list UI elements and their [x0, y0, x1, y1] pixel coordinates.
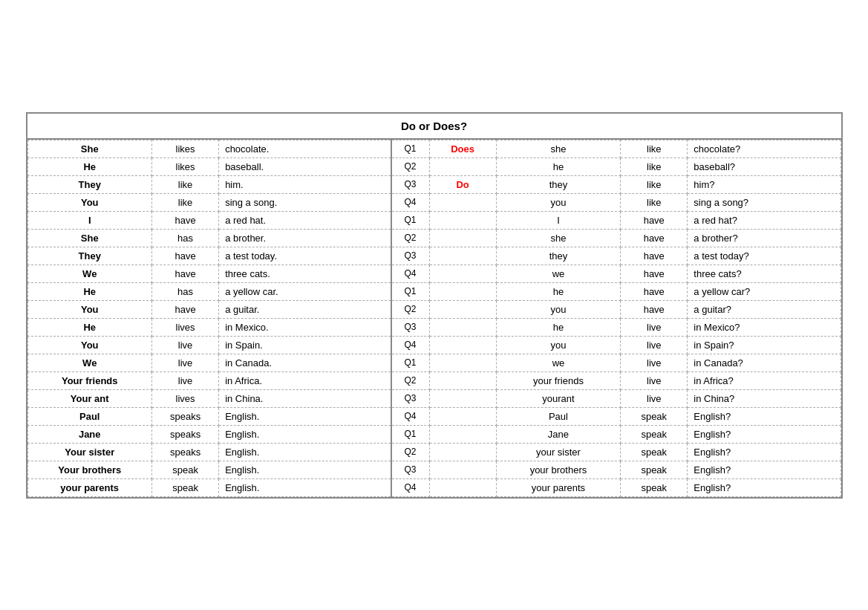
subject-cell: He [27, 158, 151, 175]
table-row: He has a yellow car. Q1 he have a yellow… [27, 282, 841, 300]
object-cell: in China. [219, 389, 391, 407]
answer-cell [429, 425, 496, 443]
verb-cell: have [151, 265, 218, 282]
table-row: They have a test today. Q3 they have a t… [27, 247, 841, 265]
verb-cell: speaks [151, 425, 218, 443]
qverb-cell: speak [621, 443, 688, 461]
qobject-cell: in Spain? [688, 336, 841, 354]
verb-cell: live [151, 371, 218, 389]
table-row: I have a red hat. Q1 I have a red hat? [27, 211, 841, 229]
verb-cell: have [151, 300, 218, 318]
object-cell: chocolate. [219, 140, 391, 158]
subject-cell: She [27, 140, 151, 158]
answer-cell [429, 461, 496, 478]
qnum-cell: Q1 [391, 354, 430, 371]
object-cell: English. [219, 478, 391, 496]
verb-cell: speak [151, 478, 218, 496]
table-row: Your sister speaks English. Q2 your sist… [27, 443, 841, 461]
answer-cell [429, 354, 496, 371]
answer-cell [429, 407, 496, 425]
verb-cell: has [151, 229, 218, 247]
qverb-cell: live [621, 318, 688, 336]
qnum-cell: Q2 [391, 229, 430, 247]
object-cell: him. [219, 175, 391, 193]
pronoun-cell: your parents [496, 478, 620, 496]
answer-cell [429, 211, 496, 229]
table-row: Paul speaks English. Q4 Paul speak Engli… [27, 407, 841, 425]
table-row: You like sing a song. Q4 you like sing a… [27, 193, 841, 211]
verb-cell: like [151, 175, 218, 193]
verb-cell: live [151, 354, 218, 371]
table-row: Jane speaks English. Q1 Jane speak Engli… [27, 425, 841, 443]
object-cell: a red hat. [219, 211, 391, 229]
answer-cell [429, 282, 496, 300]
subject-cell: Jane [27, 425, 151, 443]
qobject-cell: a test today? [688, 247, 841, 265]
pronoun-cell: Paul [496, 407, 620, 425]
qverb-cell: live [621, 371, 688, 389]
verb-cell: lives [151, 389, 218, 407]
qobject-cell: in China? [688, 389, 841, 407]
worksheet-container: Do or Does? She likes chocolate. Q1 Does… [26, 112, 843, 499]
qobject-cell: chocolate? [688, 140, 841, 158]
qnum-cell: Q3 [391, 247, 430, 265]
answer-cell [429, 265, 496, 282]
qobject-cell: three cats? [688, 265, 841, 282]
pronoun-cell: yourant [496, 389, 620, 407]
pronoun-cell: your friends [496, 371, 620, 389]
pronoun-cell: your sister [496, 443, 620, 461]
pronoun-cell: she [496, 229, 620, 247]
pronoun-cell: I [496, 211, 620, 229]
qobject-cell: a brother? [688, 229, 841, 247]
answer-cell [429, 300, 496, 318]
subject-cell: You [27, 336, 151, 354]
qnum-cell: Q2 [391, 371, 430, 389]
pronoun-cell: Jane [496, 425, 620, 443]
object-cell: in Africa. [219, 371, 391, 389]
qnum-cell: Q4 [391, 407, 430, 425]
verb-cell: speak [151, 461, 218, 478]
qverb-cell: live [621, 354, 688, 371]
subject-cell: Your sister [27, 443, 151, 461]
answer-cell [429, 247, 496, 265]
qobject-cell: English? [688, 478, 841, 496]
subject-cell: Your brothers [27, 461, 151, 478]
answer-cell [429, 318, 496, 336]
pronoun-cell: we [496, 354, 620, 371]
qobject-cell: English? [688, 407, 841, 425]
table-row: Your ant lives in China. Q3 yourant live… [27, 389, 841, 407]
verb-cell: have [151, 211, 218, 229]
object-cell: a test today. [219, 247, 391, 265]
qnum-cell: Q3 [391, 318, 430, 336]
table-row: They like him. Q3 Do they like him? [27, 175, 841, 193]
object-cell: three cats. [219, 265, 391, 282]
qobject-cell: in Mexico? [688, 318, 841, 336]
answer-cell [429, 193, 496, 211]
worksheet-table: She likes chocolate. Q1 Does she like ch… [27, 140, 841, 497]
qnum-cell: Q2 [391, 300, 430, 318]
object-cell: a guitar. [219, 300, 391, 318]
pronoun-cell: you [496, 300, 620, 318]
verb-cell: has [151, 282, 218, 300]
subject-cell: They [27, 247, 151, 265]
qobject-cell: him? [688, 175, 841, 193]
table-row: He likes baseball. Q2 he like baseball? [27, 158, 841, 175]
verb-cell: speaks [151, 443, 218, 461]
subject-cell: Paul [27, 407, 151, 425]
verb-cell: likes [151, 158, 218, 175]
qverb-cell: have [621, 247, 688, 265]
qobject-cell: in Africa? [688, 371, 841, 389]
qobject-cell: English? [688, 425, 841, 443]
object-cell: in Canada. [219, 354, 391, 371]
subject-cell: We [27, 265, 151, 282]
worksheet-title: Do or Does? [27, 114, 841, 140]
verb-cell: like [151, 193, 218, 211]
object-cell: baseball. [219, 158, 391, 175]
table-row: She likes chocolate. Q1 Does she like ch… [27, 140, 841, 158]
subject-cell: He [27, 318, 151, 336]
pronoun-cell: they [496, 175, 620, 193]
qnum-cell: Q3 [391, 461, 430, 478]
qverb-cell: speak [621, 425, 688, 443]
subject-cell: your parents [27, 478, 151, 496]
object-cell: in Spain. [219, 336, 391, 354]
